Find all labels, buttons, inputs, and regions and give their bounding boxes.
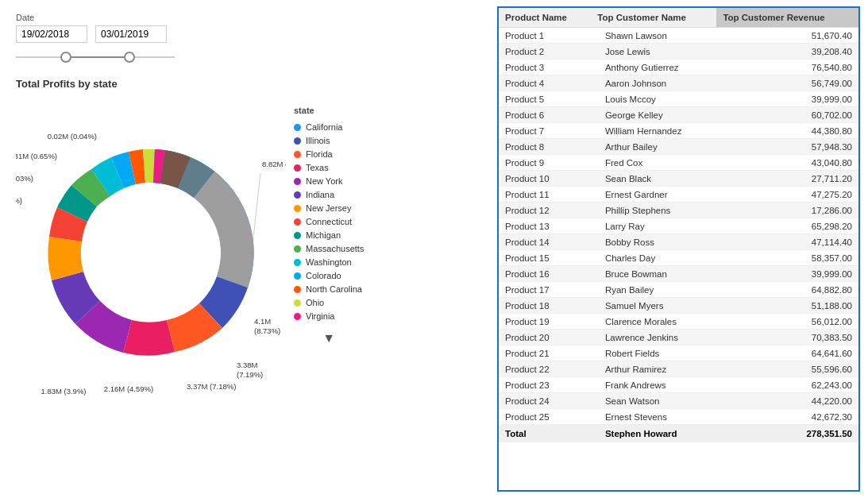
cell-customer-4: Louis Mccoy (599, 91, 756, 107)
table-row[interactable]: Product 4 Aaron Johnson 56,749.00 (499, 75, 858, 91)
cell-product-18: Product 19 (499, 314, 599, 330)
slider-fill (64, 56, 127, 58)
table-row[interactable]: Product 8 Arthur Bailey 57,948.30 (499, 139, 858, 155)
legend-item-texas[interactable]: Texas (294, 163, 364, 172)
legend-item-indiana[interactable]: Indiana (294, 190, 364, 199)
table-row[interactable]: Product 20 Lawrence Jenkins 70,383.50 (499, 330, 858, 346)
table-row[interactable]: Product 11 Ernest Gardner 47,275.20 (499, 187, 858, 203)
table-row[interactable]: Product 9 Fred Cox 43,040.80 (499, 155, 858, 171)
legend-dot-indiana (294, 191, 301, 199)
cell-product-5: Product 6 (499, 107, 599, 123)
legend-item-connecticut[interactable]: Connecticut (294, 217, 364, 226)
slider-thumb-right[interactable] (124, 52, 135, 63)
cell-product-1: Product 2 (499, 44, 599, 60)
svg-text:0.48M (1.03%): 0.48M (1.03%) (16, 174, 33, 183)
table-scroll-area[interactable]: Product 1 Shawn Lawson 51,670.40 Product… (499, 28, 858, 490)
legend-item-illinois[interactable]: Illinois (294, 136, 364, 145)
cell-product-19: Product 20 (499, 330, 599, 346)
table-row[interactable]: Product 22 Arthur Ramirez 55,596.60 (499, 361, 858, 377)
cell-customer-6: William Hernandez (599, 123, 756, 139)
cell-customer-18: Clarence Morales (599, 314, 756, 330)
footer-total-label: Total (499, 425, 599, 443)
slider-thumb-left[interactable] (60, 52, 71, 63)
chart-legend: state California Illinois Florida Texas … (294, 106, 364, 346)
cell-customer-5: George Kelley (599, 107, 756, 123)
cell-revenue-20: 64,641.60 (756, 346, 858, 361)
data-table-container: Product Name Top Customer Name Top Custo… (497, 6, 860, 492)
legend-dot-connecticut (294, 218, 301, 226)
table-row[interactable]: Product 15 Charles Day 58,357.00 (499, 250, 858, 266)
legend-dot-newjersey (294, 205, 301, 212)
legend-item-florida[interactable]: Florida (294, 149, 364, 159)
cell-product-16: Product 17 (499, 282, 599, 298)
legend-item-massachusetts[interactable]: Massachusetts (294, 244, 364, 253)
table-row[interactable]: Product 16 Bruce Bowman 39,999.00 (499, 266, 858, 282)
cell-customer-0: Shawn Lawson (599, 28, 756, 44)
legend-label-virginia: Virginia (306, 311, 335, 321)
footer-total-customer: Stephen Howard (599, 425, 756, 443)
cell-customer-7: Arthur Bailey (599, 139, 756, 155)
table-row[interactable]: Product 23 Frank Andrews 62,243.00 (499, 377, 858, 393)
table-row[interactable]: Product 13 Larry Ray 65,298.20 (499, 218, 858, 234)
cell-revenue-19: 70,383.50 (756, 330, 858, 346)
legend-item-michigan[interactable]: Michigan (294, 230, 364, 240)
table-row[interactable]: Product 25 Ernest Stevens 42,672.30 (499, 409, 858, 425)
svg-text:(8.73%): (8.73%) (254, 326, 280, 335)
cell-customer-10: Ernest Gardner (599, 187, 756, 203)
cell-revenue-3: 56,749.00 (756, 75, 858, 91)
cell-revenue-15: 39,999.00 (756, 266, 858, 282)
cell-product-7: Product 8 (499, 139, 599, 155)
table-row[interactable]: Product 2 Jose Lewis 39,208.40 (499, 44, 858, 60)
cell-revenue-5: 60,702.00 (756, 107, 858, 123)
legend-item-california[interactable]: California (294, 122, 364, 132)
legend-dot-illinois (294, 137, 301, 145)
table-row[interactable]: Product 12 Phillip Stephens 17,286.00 (499, 203, 858, 218)
legend-label-northcarolina: North Carolina (306, 284, 362, 294)
table-row[interactable]: Product 18 Samuel Myers 51,188.00 (499, 298, 858, 314)
table-row[interactable]: Product 19 Clarence Morales 56,012.00 (499, 314, 858, 330)
donut-chart[interactable]: 8.82M (18.77%) 4.1M (8.73%) 3.38M (7.19%… (16, 98, 286, 392)
legend-item-colorado[interactable]: Colorado (294, 271, 364, 280)
table-row[interactable]: Product 7 William Hernandez 44,380.80 (499, 123, 858, 139)
date-start-input[interactable] (16, 25, 87, 43)
table-body: Product 1 Shawn Lawson 51,670.40 Product… (499, 28, 858, 425)
table-row[interactable]: Product 5 Louis Mccoy 39,999.00 (499, 91, 858, 107)
table-row[interactable]: Product 10 Sean Black 27,711.20 (499, 171, 858, 187)
date-end-input[interactable] (95, 25, 167, 43)
svg-text:0.31M (0.65%): 0.31M (0.65%) (16, 152, 57, 160)
cell-customer-9: Sean Black (599, 171, 756, 187)
cell-customer-21: Arthur Ramirez (599, 361, 756, 377)
legend-dot-ohio (294, 299, 301, 307)
col-header-customer: Top Customer Name (591, 8, 716, 28)
table-row[interactable]: Product 14 Bobby Ross 47,114.40 (499, 234, 858, 250)
legend-label-colorado: Colorado (306, 271, 341, 280)
cell-customer-16: Ryan Bailey (599, 282, 756, 298)
legend-item-newyork[interactable]: New York (294, 176, 364, 186)
cell-customer-13: Bobby Ross (599, 234, 756, 250)
table-row[interactable]: Product 3 Anthony Gutierrez 76,540.80 (499, 60, 858, 75)
table-row[interactable]: Product 21 Robert Fields 64,641.60 (499, 346, 858, 361)
legend-item-washington[interactable]: Washington (294, 257, 364, 267)
date-range-slider[interactable] (16, 49, 175, 65)
legend-label-florida: Florida (306, 149, 333, 159)
cell-revenue-22: 62,243.00 (756, 377, 858, 393)
cell-customer-1: Jose Lewis (599, 44, 756, 60)
cell-revenue-6: 44,380.80 (756, 123, 858, 139)
date-inputs-row (16, 25, 476, 43)
svg-text:0.02M (0.04%): 0.02M (0.04%) (48, 132, 97, 141)
table-row[interactable]: Product 6 George Kelley 60,702.00 (499, 107, 858, 123)
table-row[interactable]: Product 17 Ryan Bailey 64,882.80 (499, 282, 858, 298)
table-row[interactable]: Product 1 Shawn Lawson 51,670.40 (499, 28, 858, 44)
cell-revenue-9: 27,711.20 (756, 171, 858, 187)
cell-customer-23: Sean Watson (599, 393, 756, 409)
legend-label-california: California (306, 122, 342, 132)
cell-revenue-11: 17,286.00 (756, 203, 858, 218)
cell-product-23: Product 24 (499, 393, 599, 409)
legend-item-ohio[interactable]: Ohio (294, 298, 364, 307)
cell-product-15: Product 16 (499, 266, 599, 282)
table-row[interactable]: Product 24 Sean Watson 44,220.00 (499, 393, 858, 409)
legend-item-virginia[interactable]: Virginia (294, 311, 364, 321)
legend-item-northcarolina[interactable]: North Carolina (294, 284, 364, 294)
legend-scroll-down[interactable]: ▼ (294, 331, 364, 346)
legend-item-newjersey[interactable]: New Jersey (294, 203, 364, 213)
